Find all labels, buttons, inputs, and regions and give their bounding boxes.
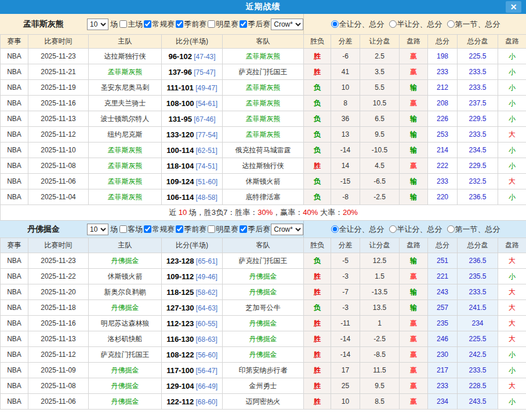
filter-checkbox-item[interactable]: 季前赛 bbox=[175, 19, 206, 30]
filter-checkbox-item[interactable]: 季后赛 bbox=[238, 224, 270, 235]
odds-company-select[interactable]: Crow* bbox=[271, 19, 303, 30]
mode-radio-item[interactable]: 半让分、总分 bbox=[388, 19, 442, 30]
away-team-cell: 芝加哥公牛 bbox=[223, 300, 304, 316]
total-points-cell: 212 bbox=[428, 80, 458, 96]
mode-radio[interactable] bbox=[447, 20, 455, 28]
handicap-result-cell: 赢 bbox=[400, 347, 428, 363]
table-row: NBA2025-11-21孟菲斯灰熊137-96 [75-47]萨克拉门托国王胜… bbox=[1, 64, 526, 80]
mode-radio-item[interactable]: 第一节、总分 bbox=[446, 224, 500, 235]
column-header: 分差 bbox=[331, 238, 360, 253]
total-line-cell: 233.5 bbox=[458, 80, 498, 96]
mode-radio-label: 全让分、总分 bbox=[339, 224, 384, 235]
league-cell: NBA bbox=[1, 284, 28, 300]
point-diff-cell: 8 bbox=[331, 96, 360, 111]
score-text: 123-128 bbox=[166, 257, 194, 265]
filter-checkbox-item[interactable]: 明星赛 bbox=[206, 224, 238, 235]
filter-checkbox[interactable] bbox=[208, 225, 215, 233]
result-cell: 胜 bbox=[304, 49, 331, 64]
mode-radio-item[interactable]: 第一节、总分 bbox=[446, 19, 500, 30]
filter-checkbox-label: 主场 bbox=[128, 19, 143, 30]
score-text: 111-101 bbox=[167, 83, 194, 92]
filter-checkbox[interactable] bbox=[208, 20, 215, 28]
league-cell: NBA bbox=[1, 347, 28, 363]
filter-checkbox-item[interactable]: 季后赛 bbox=[238, 19, 270, 30]
games-count-select[interactable]: 10 bbox=[87, 19, 108, 30]
filter-checkbox-item[interactable]: 主场 bbox=[118, 19, 143, 30]
half-score-text: [62-51] bbox=[195, 147, 217, 155]
date-cell: 2025-11-22 bbox=[28, 269, 89, 284]
table-row: NBA2025-11-12萨克拉门托国王108-122 [56-60]丹佛掘金胜… bbox=[1, 347, 526, 363]
date-cell: 2025-11-16 bbox=[28, 96, 89, 111]
table-row: NBA2025-11-04孟菲斯灰熊106-114 [48-58]底特律活塞负-… bbox=[1, 189, 526, 205]
filter-checkbox[interactable] bbox=[176, 20, 183, 28]
total-points-cell: 253 bbox=[428, 127, 458, 143]
league-cell: NBA bbox=[1, 127, 28, 143]
filter-checkbox[interactable] bbox=[240, 225, 247, 233]
handicap-result-cell: 赢 bbox=[400, 394, 428, 410]
over-under-cell: 大 bbox=[498, 284, 526, 300]
mode-radio-item[interactable]: 半让分、总分 bbox=[388, 224, 442, 235]
team-section-1: 孟菲斯灰熊 10 场 主场常规赛季前赛明星赛季后赛 Crow* 全让分、总分半让… bbox=[0, 14, 526, 221]
mode-radio[interactable] bbox=[447, 225, 455, 233]
mode-radio[interactable] bbox=[331, 20, 339, 28]
over-under-cell: 小 bbox=[498, 394, 526, 410]
date-cell: 2025-11-04 bbox=[28, 189, 89, 205]
total-line-cell: 234 bbox=[458, 316, 498, 331]
result-cell: 胜 bbox=[304, 158, 331, 174]
filter-checkbox[interactable] bbox=[144, 20, 151, 28]
close-button[interactable]: ✕ bbox=[506, 1, 521, 13]
total-points-cell: 220 bbox=[428, 189, 458, 205]
table-row: NBA2025-11-23丹佛掘金123-128 [65-61]萨克拉门托国王负… bbox=[1, 253, 526, 269]
handicap-result-cell: 赢 bbox=[400, 378, 428, 394]
popup-title: 近期战绩 bbox=[246, 2, 281, 12]
half-score-text: [65-61] bbox=[196, 257, 217, 265]
score-text: 106-114 bbox=[166, 193, 194, 202]
filter-checkbox-label: 季前赛 bbox=[184, 19, 206, 30]
filter-checkbox-label: 季后赛 bbox=[248, 224, 270, 235]
filter-checkbox[interactable] bbox=[119, 20, 127, 28]
handicap-result-cell: 输 bbox=[400, 111, 428, 127]
league-cell: NBA bbox=[1, 80, 28, 96]
handicap-line-cell: -10.5 bbox=[360, 143, 400, 158]
total-points-cell: 230 bbox=[428, 347, 458, 363]
filter-checkbox-item[interactable]: 常规赛 bbox=[143, 19, 175, 30]
result-cell: 负 bbox=[304, 96, 331, 111]
filter-checkbox[interactable] bbox=[176, 225, 183, 233]
filter-checkbox-item[interactable]: 明星赛 bbox=[206, 19, 238, 30]
away-team-cell: 丹佛掘金 bbox=[223, 347, 304, 363]
over-under-cell: 小 bbox=[498, 80, 526, 96]
filter-checkbox[interactable] bbox=[119, 225, 127, 233]
score-text: 108-100 bbox=[166, 99, 194, 108]
filter-checkbox-item[interactable]: 客场 bbox=[118, 224, 143, 235]
date-cell: 2025-11-16 bbox=[28, 316, 89, 331]
score-cell: 122-112 [68-60] bbox=[162, 394, 223, 410]
filter-checkbox-item[interactable]: 季前赛 bbox=[175, 224, 206, 235]
league-cell: NBA bbox=[1, 111, 28, 127]
score-text: 131-95 bbox=[168, 115, 191, 123]
mode-radio-label: 半让分、总分 bbox=[397, 224, 442, 235]
handicap-result-cell: 输 bbox=[400, 300, 428, 316]
handicap-line-cell: 9.5 bbox=[360, 127, 400, 143]
score-cell: 109-112 [49-46] bbox=[162, 269, 223, 284]
mode-radio[interactable] bbox=[389, 225, 397, 233]
games-count-select[interactable]: 10 bbox=[87, 224, 108, 235]
mode-radio[interactable] bbox=[389, 20, 397, 28]
total-line-cell: 233.5 bbox=[458, 284, 498, 300]
mode-radio[interactable] bbox=[331, 225, 339, 233]
filter-checkbox-item[interactable]: 常规赛 bbox=[143, 224, 175, 235]
score-cell: 116-130 [68-63] bbox=[162, 331, 223, 347]
score-cell: 127-130 [64-63] bbox=[162, 300, 223, 316]
home-team-cell: 圣安东尼奥马刺 bbox=[89, 80, 162, 96]
mode-radio-item[interactable]: 全让分、总分 bbox=[330, 224, 384, 235]
away-team-cell: 迈阿密热火 bbox=[223, 394, 304, 410]
recent-results-popup: 近期战绩 ✕ 孟菲斯灰熊 10 场 主场常规赛季前赛明星赛季后赛 Crow* 全… bbox=[0, 0, 526, 410]
league-cell: NBA bbox=[1, 174, 28, 189]
league-cell: NBA bbox=[1, 316, 28, 331]
mode-radio-item[interactable]: 全让分、总分 bbox=[330, 19, 384, 30]
score-text: 100-114 bbox=[166, 146, 194, 155]
filter-checkbox[interactable] bbox=[144, 225, 151, 233]
odds-company-select[interactable]: Crow* bbox=[271, 224, 303, 235]
filter-checkbox[interactable] bbox=[240, 20, 247, 28]
handicap-result-cell: 赢 bbox=[400, 269, 428, 284]
mode-radio-label: 第一节、总分 bbox=[455, 224, 500, 235]
